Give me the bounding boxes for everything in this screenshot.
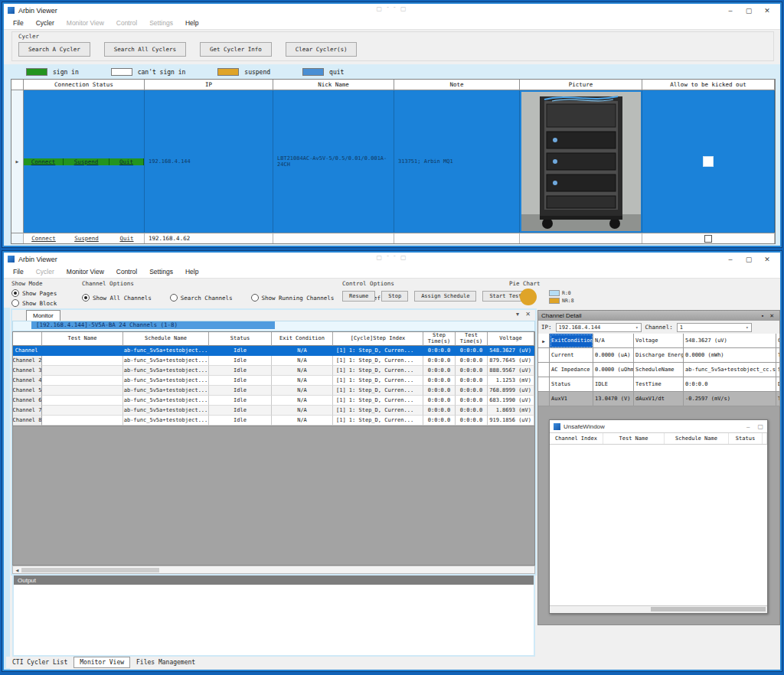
channel-name-cell[interactable]: Channel 8 — [13, 416, 42, 426]
channel-filter-radio[interactable]: Show Running Channels — [251, 294, 335, 302]
row-selector[interactable] — [11, 233, 24, 243]
restore-icon[interactable]: ▢ — [740, 253, 758, 266]
channel-name-cell[interactable]: Channel 4 — [13, 376, 42, 386]
connection-link[interactable]: Quit — [119, 235, 133, 242]
menu-item[interactable]: Control — [110, 19, 143, 27]
row-selector[interactable]: ▶ — [11, 90, 24, 233]
channel-name-cell[interactable]: Channel 6 — [13, 396, 42, 406]
view-tab[interactable]: CTI Cycler List — [6, 657, 74, 668]
column-header[interactable]: Channel Index — [550, 433, 603, 444]
column-header[interactable]: Status — [729, 433, 763, 444]
show-mode-radio[interactable]: Show Pages — [11, 289, 82, 297]
close-icon[interactable]: ✕ — [758, 5, 776, 17]
column-header[interactable] — [13, 332, 42, 346]
channel-row[interactable]: Channel 5 ab-func_5v5a+testobject... Idl… — [13, 386, 534, 396]
connection-link[interactable]: Connect — [31, 235, 56, 242]
channel-name-cell[interactable]: Channel 1 — [13, 346, 42, 356]
voltage-cell: 919.1856 (uV) — [488, 416, 534, 426]
ip-cell: 192.168.4.62 — [145, 233, 273, 243]
channel-row[interactable]: Channel 2 ab-func_5v5a+testobject... Idl… — [13, 356, 534, 366]
channel-name-cell[interactable]: Channel 7 — [13, 406, 42, 416]
menu-item[interactable]: Monitor View — [60, 19, 110, 27]
horizontal-scrollbar[interactable]: ◀ — [12, 566, 535, 574]
column-header[interactable]: Test Time(s) — [456, 332, 488, 346]
channel-row[interactable]: Channel 6 ab-func_5v5a+testobject... Idl… — [13, 396, 534, 406]
horizontal-scrollbar[interactable] — [550, 605, 767, 613]
control-button[interactable]: Resume — [342, 291, 375, 302]
cycler-action-button[interactable]: Clear Cycler(s) — [286, 42, 358, 57]
restore-icon[interactable]: ▢ — [757, 423, 763, 430]
column-header[interactable]: Schedule Name — [123, 332, 209, 346]
menu-item[interactable]: Settings — [143, 19, 179, 27]
channel-row[interactable]: Channel 4 ab-func_5v5a+testobject... Idl… — [13, 376, 534, 386]
channel-filter-radio[interactable]: Show All Channels — [82, 294, 152, 302]
channel-detail-header[interactable]: Channel Detail ▪ ✕ — [538, 311, 779, 321]
restore-icon[interactable]: ▢ — [740, 5, 758, 17]
detail-value-cell: 548.3627 (uV) — [684, 334, 776, 348]
detail-clipped-cell: C — [776, 334, 780, 348]
column-header[interactable]: Test Name — [603, 433, 665, 444]
scrollbar-thumb[interactable] — [651, 607, 766, 611]
ip-select[interactable]: 192.168.4.144 ▾ — [556, 323, 642, 332]
panel-corner-icons[interactable]: ▾ ✕ — [516, 311, 533, 318]
menu-item[interactable]: Monitor View — [60, 268, 110, 276]
show-mode-radio[interactable]: Show Block — [11, 299, 82, 307]
close-icon[interactable]: ✕ — [758, 253, 776, 266]
scrollbar-thumb[interactable] — [21, 568, 159, 572]
view-tab[interactable]: Monitor View — [74, 657, 130, 668]
column-header[interactable]: Schedule Name — [665, 433, 729, 444]
cycler-action-button[interactable]: Search All Cyclers — [104, 42, 186, 57]
column-header[interactable]: Voltage — [488, 332, 534, 346]
unsafe-window-titlebar[interactable]: UnsafeWindow – ▢ — [550, 420, 767, 432]
detail-label-cell[interactable]: Current — [550, 348, 593, 363]
menu-item[interactable]: Cycler — [30, 268, 60, 276]
menu-item[interactable]: Help — [179, 19, 204, 27]
detail-label-cell[interactable]: Status — [550, 377, 593, 392]
channel-name-cell[interactable]: Channel 5 — [13, 386, 42, 396]
channel-row[interactable]: Channel 8 ab-func_5v5a+testobject... Idl… — [13, 416, 534, 426]
menu-item[interactable]: Help — [179, 268, 204, 276]
menu-item[interactable]: Control — [110, 268, 143, 276]
detail-label-cell[interactable]: AC Impedance — [550, 363, 593, 377]
tab-monitor[interactable]: Monitor — [26, 310, 60, 321]
detail-label-cell[interactable]: AuxV1 — [550, 392, 593, 406]
column-header[interactable]: Status — [209, 332, 272, 346]
minimize-icon[interactable]: – — [721, 5, 740, 17]
channel-select[interactable]: 1 ▾ — [677, 323, 752, 332]
titlebar[interactable]: Arbin Viewer ▢ ˆ ˇ ▢ – ▢ ✕ — [4, 253, 780, 266]
connection-link[interactable]: Connect — [31, 158, 56, 165]
cycler-action-button[interactable]: Get Cycler Info — [200, 42, 272, 57]
control-button[interactable]: Assign Schedule — [414, 291, 476, 302]
column-header[interactable]: [Cycle]Step Index — [333, 332, 423, 346]
detail-label-cell[interactable]: ExitCondition — [550, 334, 593, 348]
channel-row[interactable]: Channel 1 ab-func_5v5a+testobject... Idl… — [13, 346, 534, 356]
titlebar[interactable]: Arbin Viewer ▢ ˆ ˇ ▢ – ▢ ✕ — [4, 4, 780, 17]
channel-row[interactable]: Channel 3 ab-func_5v5a+testobject... Idl… — [13, 366, 534, 376]
allow-kick-checkbox[interactable] — [704, 235, 712, 243]
view-tab[interactable]: Files Management — [130, 657, 201, 668]
channel-filter-radio[interactable]: Search Channels — [170, 294, 233, 302]
column-header[interactable]: Test Name — [42, 332, 123, 346]
menu-item[interactable]: File — [7, 268, 30, 276]
connection-link[interactable]: Suspend — [74, 235, 99, 242]
column-header[interactable]: Step Time(s) — [423, 332, 456, 346]
pin-close-icons[interactable]: ▪ ✕ — [762, 313, 776, 319]
page-selector-item[interactable]: [192.168.4.144]-5V5A-BA 24 Channels (1-8… — [31, 321, 275, 329]
output-header[interactable]: Output — [14, 576, 534, 585]
scroll-left-icon[interactable]: ◀ — [14, 568, 21, 572]
minimize-icon[interactable]: – — [721, 253, 740, 266]
menu-item[interactable]: Cycler — [30, 19, 60, 27]
connection-link[interactable]: Suspend — [74, 158, 99, 165]
connection-link[interactable]: Quit — [119, 158, 133, 165]
cycler-action-button[interactable]: Search A Cycler — [18, 42, 90, 57]
channel-name-cell[interactable]: Channel 2 — [13, 356, 42, 366]
allow-kick-checkbox[interactable] — [703, 156, 714, 167]
minimize-icon[interactable]: – — [746, 423, 750, 430]
channel-name-cell[interactable]: Channel 3 — [13, 366, 42, 376]
menu-item[interactable]: Settings — [143, 268, 179, 276]
column-header[interactable] — [763, 433, 767, 444]
channel-row[interactable]: Channel 7 ab-func_5v5a+testobject... Idl… — [13, 406, 534, 416]
menu-item[interactable]: File — [7, 19, 30, 27]
control-button[interactable]: Stop — [381, 291, 408, 302]
column-header[interactable]: Exit Condition — [272, 332, 333, 346]
